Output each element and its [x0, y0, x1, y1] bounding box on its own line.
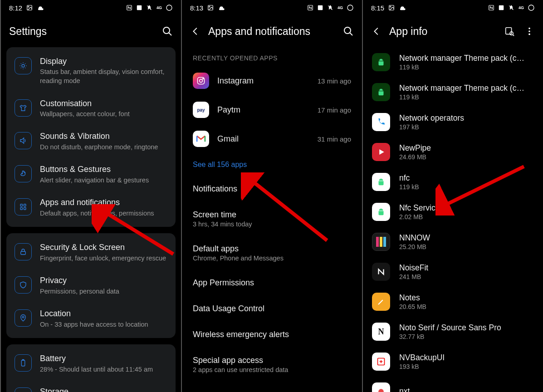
oneplus-icon — [372, 353, 390, 371]
app-size: 24.69 MB — [399, 153, 431, 161]
setting-title: Screen time — [193, 210, 351, 220]
location-item[interactable]: Location On - 33 apps have access to loc… — [6, 302, 176, 335]
search-button[interactable] — [162, 26, 173, 37]
apps-notifications-item[interactable]: Apps and notifications Default apps, not… — [6, 191, 176, 224]
app-size: 119 kB — [399, 93, 526, 101]
apps-notifications-content[interactable]: RECENTLY OPENED APPS Instagram 13 min ag… — [182, 47, 362, 392]
svg-point-1 — [28, 6, 29, 7]
setting-title: Default apps — [193, 244, 351, 254]
mute-icon — [146, 4, 153, 11]
svg-point-46 — [382, 90, 382, 90]
app-info-row[interactable]: Network operators197 kB — [363, 107, 543, 137]
see-all-apps-link[interactable]: See all 156 apps — [191, 153, 353, 176]
svg-rect-34 — [499, 5, 504, 10]
android-icon — [372, 203, 390, 221]
back-button[interactable] — [371, 26, 382, 37]
app-info-row[interactable]: Nfc Service2.02 MB — [363, 197, 543, 227]
status-bar: 8:12 4G — [1, 0, 181, 15]
svg-point-14 — [22, 316, 24, 318]
sounds-item[interactable]: Sounds & Vibration Do not disturb, earph… — [6, 125, 176, 158]
app-name: nfc — [399, 173, 419, 183]
recent-app[interactable]: Instagram 13 min ago — [191, 66, 353, 95]
item-title: Buttons & Gestures — [40, 164, 167, 175]
image-icon — [26, 4, 33, 11]
svg-point-32 — [390, 6, 391, 7]
app-size: 2.02 MB — [399, 213, 440, 220]
data-usage-setting[interactable]: Data Usage Control — [191, 296, 353, 322]
pin-icon — [15, 309, 32, 327]
pencil-icon — [372, 293, 390, 311]
item-title: Apps and notifications — [40, 197, 167, 208]
customisation-item[interactable]: Customisation Wallpapers, accent colour,… — [6, 92, 176, 125]
app-size: 119 kB — [399, 64, 526, 71]
battery-icon — [528, 4, 535, 11]
svg-rect-3 — [137, 5, 142, 10]
app-time: 17 min ago — [318, 106, 351, 114]
app-info-row[interactable]: Network manager Theme pack (com.on · ·11… — [363, 47, 543, 77]
status-bar: 8:13 4G — [182, 0, 362, 15]
app-info-row[interactable]: nfc119 kB — [363, 167, 543, 197]
clock: 8:12 — [9, 4, 22, 12]
item-sub: Wallpapers, accent colour, font — [40, 110, 167, 119]
svg-point-40 — [528, 28, 530, 29]
svg-rect-22 — [318, 5, 323, 10]
back-button[interactable] — [190, 26, 201, 37]
app-size: 119 kB — [399, 183, 419, 191]
search-apps-button[interactable] — [504, 26, 515, 37]
svg-point-20 — [209, 6, 210, 7]
volte-icon — [498, 4, 505, 11]
item-title: Sounds & Vibration — [40, 131, 167, 142]
default-apps-setting[interactable]: Default apps Chrome, Phone and Messages — [191, 236, 353, 270]
font-icon: N — [372, 323, 390, 341]
svg-line-7 — [169, 33, 171, 35]
item-sub: Alert slider, navigation bar & gestures — [40, 176, 167, 185]
phone-app-info: 8:15 4G App info Network man — [362, 0, 543, 392]
display-item[interactable]: Display Status bar, ambient display, vis… — [6, 50, 176, 92]
app-info-row[interactable]: NewPipe24.69 MB — [363, 137, 543, 167]
image-icon — [388, 4, 395, 11]
speaker-icon — [15, 132, 32, 149]
overflow-menu-button[interactable] — [524, 26, 535, 37]
app-name: NoiseFit — [399, 263, 428, 273]
screen-time-setting[interactable]: Screen time 3 hrs, 34 mins today — [191, 202, 353, 236]
app-info-row[interactable]: NVBackupUI193 kB — [363, 347, 543, 377]
play-icon — [372, 143, 390, 161]
app-info-row[interactable]: Network manager Theme pack (com.on · ·11… — [363, 77, 543, 107]
item-title: Location — [40, 309, 167, 319]
app-info-row[interactable]: NNNOW25.20 MB — [363, 227, 543, 257]
buttons-item[interactable]: Buttons & Gestures Alert slider, navigat… — [6, 158, 176, 191]
svg-rect-12 — [24, 208, 26, 210]
item-title: Storage — [40, 387, 167, 392]
app-permissions-setting[interactable]: App Permissions — [191, 270, 353, 296]
settings-list[interactable]: Display Status bar, ambient display, vis… — [1, 47, 181, 392]
svg-rect-11 — [20, 208, 23, 210]
recent-app[interactable]: Gmail 31 min ago — [191, 124, 353, 153]
settings-group: Display Status bar, ambient display, vis… — [6, 47, 176, 227]
volte-icon — [136, 4, 143, 11]
nfc-icon — [126, 4, 133, 11]
app-info-row[interactable]: nxt — [363, 377, 543, 392]
security-item[interactable]: Security & Lock Screen Fingerprint, face… — [6, 236, 176, 269]
settings-group: Battery 28% - Should last until about 11… — [6, 344, 176, 392]
special-access-setting[interactable]: Special app access 2 apps can use unrest… — [191, 348, 353, 382]
app-info-row[interactable]: NoiseFit241 MB — [363, 257, 543, 287]
battery-icon — [347, 4, 354, 11]
privacy-item[interactable]: Privacy Permissions, personal data — [6, 269, 176, 302]
setting-title: App Permissions — [193, 278, 351, 288]
app-list[interactable]: Network manager Theme pack (com.on · ·11… — [363, 47, 543, 392]
app-size: 193 kB — [399, 363, 445, 370]
battery-item[interactable]: Battery 28% - Should last until about 11… — [6, 347, 176, 380]
recent-app[interactable]: pay Paytm 17 min ago — [191, 95, 353, 124]
storage-item[interactable]: Storage — [6, 380, 176, 392]
setting-title: Data Usage Control — [193, 304, 351, 314]
cloud-icon — [37, 4, 44, 11]
item-sub: Default apps, notifications, permissions — [40, 209, 167, 218]
search-button[interactable] — [343, 26, 354, 37]
svg-rect-15 — [21, 360, 25, 366]
emergency-alerts-setting[interactable]: Wireless emergency alerts — [191, 322, 353, 348]
app-info-row[interactable]: N Noto Serif / Source Sans Pro32.77 kB — [363, 317, 543, 347]
item-sub: Status bar, ambient display, vision comf… — [40, 68, 167, 85]
app-info-row[interactable]: Notes20.65 MB — [363, 287, 543, 317]
notifications-setting[interactable]: Notifications — [191, 176, 353, 202]
setting-sub: Chrome, Phone and Messages — [193, 255, 351, 262]
